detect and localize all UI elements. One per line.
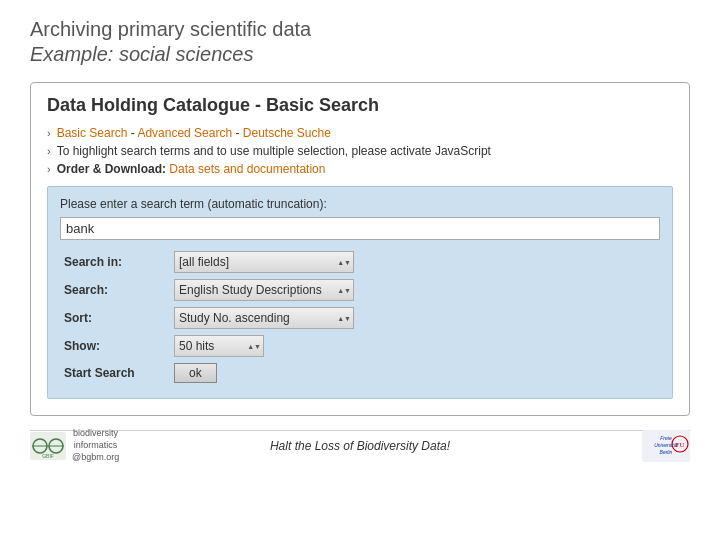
biodiversity-logo-icon: GBIF (30, 432, 66, 460)
order-link[interactable]: Data sets and documentation (169, 162, 325, 176)
search-in-select[interactable]: [all fields] Title Abstract Keywords (174, 251, 354, 273)
logo-line1: biodiversity (73, 428, 118, 440)
advanced-search-link[interactable]: Advanced Search (137, 126, 232, 140)
ok-cell: ok (170, 360, 660, 386)
sort-row: Sort: Study No. ascending Study No. desc… (60, 304, 660, 332)
sort-wrapper: Study No. ascending Study No. descending… (174, 307, 354, 329)
search-select[interactable]: English Study Descriptions German Study … (174, 279, 354, 301)
info-text: To highlight search terms and to use mul… (57, 144, 491, 158)
nav-row-links: › Basic Search - Advanced Search - Deuts… (47, 126, 673, 140)
catalogue-title: Data Holding Catalogue - Basic Search (47, 95, 673, 116)
footer-area: GBIF biodiversity informatics @bgbm.org … (30, 430, 690, 453)
order-text: Order & Download: Data sets and document… (57, 162, 326, 176)
search-wrapper: English Study Descriptions German Study … (174, 279, 354, 301)
show-row: Show: 50 hits 25 hits 100 hits (60, 332, 660, 360)
search-in-cell: [all fields] Title Abstract Keywords (170, 248, 660, 276)
slide-subtitle: Example: social sciences (30, 43, 690, 66)
search-form-area: Please enter a search term (automatic tr… (47, 186, 673, 399)
nav-row-info: › To highlight search terms and to use m… (47, 144, 673, 158)
logo-line3: @bgbm.org (72, 452, 119, 464)
catalogue-box: Data Holding Catalogue - Basic Search › … (30, 82, 690, 416)
sort-cell: Study No. ascending Study No. descending… (170, 304, 660, 332)
start-search-label: Start Search (60, 360, 170, 386)
nav-row-order: › Order & Download: Data sets and docume… (47, 162, 673, 176)
logo-line2: informatics (74, 440, 118, 452)
start-search-row: Start Search ok (60, 360, 660, 386)
svg-text:GBIF: GBIF (42, 453, 54, 459)
bullet-1: › (47, 127, 51, 139)
search-prompt: Please enter a search term (automatic tr… (60, 197, 660, 211)
sep2: - (235, 126, 242, 140)
search-in-row: Search in: [all fields] Title Abstract K… (60, 248, 660, 276)
show-wrapper: 50 hits 25 hits 100 hits (174, 335, 264, 357)
halt-text: Halt the Loss of Biodiversity Data! (270, 439, 450, 453)
deutsche-suche-link[interactable]: Deutsche Suche (243, 126, 331, 140)
ok-button[interactable]: ok (174, 363, 217, 383)
bullet-2: › (47, 145, 51, 157)
order-label: Order & Download: (57, 162, 166, 176)
search-input[interactable] (60, 217, 660, 240)
footer-left: GBIF biodiversity informatics @bgbm.org (30, 428, 119, 463)
search-row: Search: English Study Descriptions Germa… (60, 276, 660, 304)
search-options-table: Search in: [all fields] Title Abstract K… (60, 248, 660, 386)
footer-right: Freie Universität Berlin FU (642, 430, 690, 462)
show-select[interactable]: 50 hits 25 hits 100 hits (174, 335, 264, 357)
show-cell: 50 hits 25 hits 100 hits (170, 332, 660, 360)
search-cell: English Study Descriptions German Study … (170, 276, 660, 304)
svg-text:Freie: Freie (660, 435, 672, 441)
basic-search-link[interactable]: Basic Search (57, 126, 128, 140)
search-in-wrapper: [all fields] Title Abstract Keywords (174, 251, 354, 273)
fu-berlin-logo-icon: Freie Universität Berlin FU (642, 430, 690, 462)
footer-logo-text: biodiversity informatics @bgbm.org (72, 428, 119, 463)
search-label: Search: (60, 276, 170, 304)
bullet-3: › (47, 163, 51, 175)
sort-label: Sort: (60, 304, 170, 332)
svg-text:FU: FU (676, 441, 685, 449)
search-in-label: Search in: (60, 248, 170, 276)
sort-select[interactable]: Study No. ascending Study No. descending… (174, 307, 354, 329)
nav-links: Basic Search - Advanced Search - Deutsch… (57, 126, 331, 140)
slide-title: Archiving primary scientific data (30, 18, 690, 41)
svg-text:Berlin: Berlin (660, 449, 673, 455)
show-label: Show: (60, 332, 170, 360)
